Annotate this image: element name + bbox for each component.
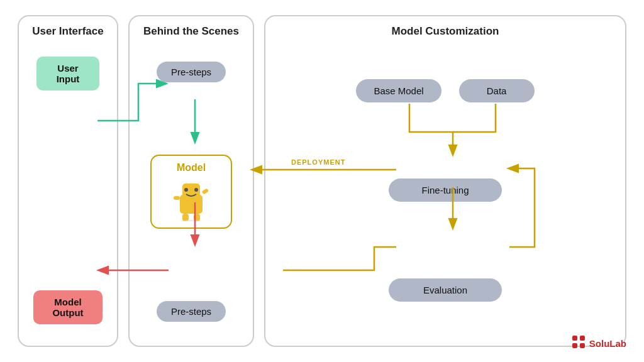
svg-point-8 <box>177 220 205 221</box>
fine-tuning-box: Fine-tuning <box>389 178 502 202</box>
svg-rect-13 <box>572 336 577 341</box>
mc-panel-title: Model Customization <box>392 25 499 38</box>
logo-text: SoluLab <box>589 338 626 349</box>
evaluation-box: Evaluation <box>389 278 502 302</box>
logo-icon <box>572 335 586 352</box>
svg-rect-15 <box>572 343 577 348</box>
data-box: Data <box>459 79 535 102</box>
svg-rect-0 <box>180 195 203 214</box>
bts-model-label: Model <box>177 162 206 173</box>
mc-panel: Model Customization Base Model Data Fine… <box>264 15 626 347</box>
ui-panel-title: User Interface <box>32 25 103 38</box>
base-model-box: Base Model <box>356 79 441 102</box>
model-output-box: ModelOutput <box>33 290 103 324</box>
svg-rect-14 <box>580 336 585 341</box>
svg-rect-16 <box>580 343 585 348</box>
bts-pre-steps-bottom: Pre-steps <box>157 301 226 322</box>
user-input-box: UserInput <box>36 57 99 90</box>
svg-rect-4 <box>174 196 180 200</box>
bts-panel-title: Behind the Scenes <box>143 25 239 38</box>
logo-area: SoluLab <box>572 335 626 352</box>
ui-panel: User Interface UserInput ModelOutput <box>18 15 118 347</box>
svg-point-3 <box>194 188 198 192</box>
bts-pre-steps-top: Pre-steps <box>157 62 226 82</box>
bts-panel: Behind the Scenes Pre-steps Model <box>128 15 254 347</box>
robot-character <box>172 177 210 221</box>
svg-rect-5 <box>202 188 209 194</box>
bts-model-box: Model <box>150 155 232 229</box>
mc-top-row: Base Model Data <box>356 79 534 102</box>
solulab-icon <box>572 335 586 349</box>
svg-point-2 <box>184 188 188 192</box>
main-container: User Interface UserInput ModelOutput Beh… <box>0 0 644 362</box>
